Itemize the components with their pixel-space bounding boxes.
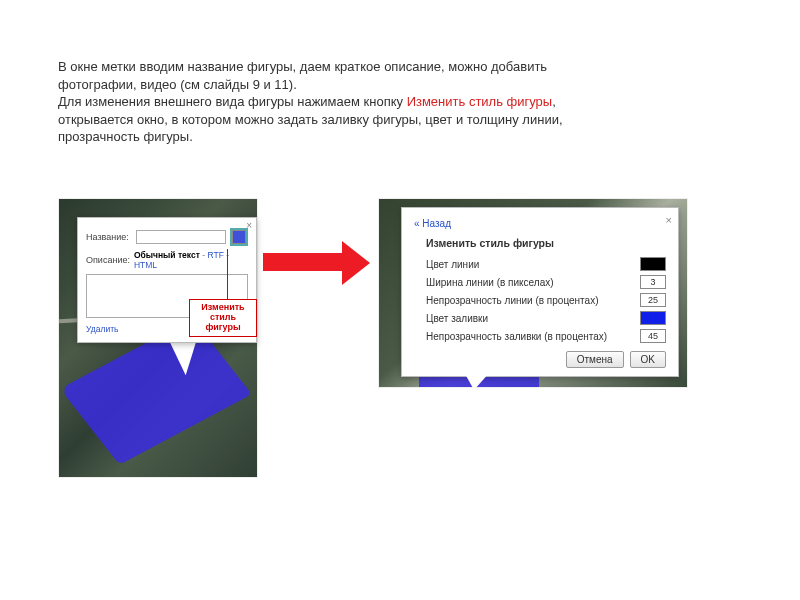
text-line: В окне метки вводим название фигуры, дае… bbox=[58, 59, 547, 74]
fill-opacity-label: Непрозрачность заливки (в процентах) bbox=[426, 331, 640, 342]
figure-row: × Название: Описание: Обычный текст - RT… bbox=[58, 198, 688, 478]
bubble-tail bbox=[464, 372, 490, 390]
ok-button[interactable]: OK bbox=[630, 351, 666, 368]
text-line: , bbox=[552, 94, 556, 109]
tab-plain[interactable]: Обычный текст bbox=[134, 250, 200, 260]
text-line: Для изменения внешнего вида фигуры нажим… bbox=[58, 94, 407, 109]
line-color-label: Цвет линии bbox=[426, 259, 640, 270]
line-color-swatch[interactable] bbox=[640, 257, 666, 271]
line-opacity-input[interactable]: 25 bbox=[640, 293, 666, 307]
instruction-paragraph: В окне метки вводим название фигуры, дае… bbox=[58, 58, 698, 146]
close-icon[interactable]: × bbox=[666, 214, 672, 226]
right-screenshot: × « Назад Изменить стиль фигуры Цвет лин… bbox=[378, 198, 688, 388]
left-screenshot: × Название: Описание: Обычный текст - RT… bbox=[58, 198, 258, 478]
dialog-title: Изменить стиль фигуры bbox=[426, 237, 666, 249]
arrow-icon bbox=[258, 223, 378, 313]
line-width-input[interactable]: 3 bbox=[640, 275, 666, 289]
line-opacity-label: Непрозрачность линии (в процентах) bbox=[426, 295, 640, 306]
callout-text: фигуры bbox=[205, 322, 240, 332]
callout-box: Изменить стиль фигуры bbox=[189, 299, 257, 337]
back-link[interactable]: « Назад bbox=[414, 218, 666, 229]
description-label: Описание: bbox=[86, 255, 130, 265]
line-width-label: Ширина линии (в пикселах) bbox=[426, 277, 640, 288]
tab-rtf[interactable]: RTF bbox=[207, 250, 223, 260]
text-line: открывается окно, в котором можно задать… bbox=[58, 112, 563, 127]
delete-link[interactable]: Удалить bbox=[86, 324, 118, 336]
name-label: Название: bbox=[86, 232, 132, 242]
text-highlight: Изменить стиль фигуры bbox=[407, 94, 553, 109]
close-icon[interactable]: × bbox=[246, 220, 252, 231]
callout-pointer bbox=[227, 249, 228, 301]
format-tabs: Обычный текст - RTF - HTML bbox=[134, 250, 248, 270]
name-input[interactable] bbox=[136, 230, 226, 244]
tab-html[interactable]: HTML bbox=[134, 260, 157, 270]
text-line: прозрачность фигуры. bbox=[58, 129, 193, 144]
text-line: фотографии, видео (см слайды 9 и 11). bbox=[58, 77, 297, 92]
fill-color-swatch[interactable] bbox=[640, 311, 666, 325]
fill-opacity-input[interactable]: 45 bbox=[640, 329, 666, 343]
cancel-button[interactable]: Отмена bbox=[566, 351, 624, 368]
callout-text: Изменить стиль bbox=[201, 302, 244, 322]
style-dialog: × « Назад Изменить стиль фигуры Цвет лин… bbox=[401, 207, 679, 377]
fill-color-label: Цвет заливки bbox=[426, 313, 640, 324]
